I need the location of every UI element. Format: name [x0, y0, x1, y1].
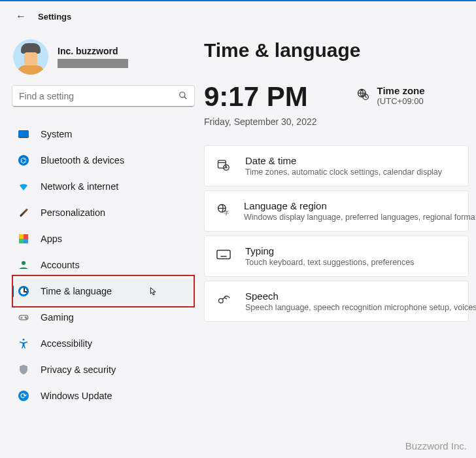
sidebar-item-label: Time & language: [41, 286, 112, 296]
sidebar-item-system[interactable]: System: [12, 122, 195, 147]
sidebar-item-bluetooth[interactable]: ⌬ Bluetooth & devices: [12, 148, 195, 173]
main-content: Time & language 9:17 PM Friday, Septembe…: [196, 27, 476, 408]
system-icon: [17, 128, 30, 141]
svg-point-2: [22, 261, 26, 265]
cursor-icon: [149, 285, 158, 299]
search-icon: [178, 91, 188, 102]
calendar-clock-icon: [216, 158, 231, 174]
sidebar-item-apps[interactable]: Apps: [12, 226, 195, 251]
watermark: Buzzword Inc.: [405, 440, 467, 451]
sidebar-item-network[interactable]: Network & internet: [12, 174, 195, 199]
card-speech[interactable]: Speech Speech language, speech recogniti…: [204, 281, 469, 322]
sidebar-item-label: Bluetooth & devices: [41, 155, 124, 166]
sidebar-item-label: Personalization: [41, 207, 105, 218]
clock-globe-icon: [17, 285, 30, 298]
sidebar-item-label: Network & internet: [41, 181, 118, 192]
sidebar-item-label: Apps: [41, 234, 62, 244]
gamepad-icon: [17, 311, 30, 324]
svg-point-0: [180, 92, 185, 97]
current-time: 9:17 PM: [204, 81, 317, 113]
current-date: Friday, September 30, 2022: [204, 116, 317, 127]
sidebar-item-label: Accessibility: [41, 338, 92, 349]
back-icon[interactable]: ←: [16, 10, 26, 22]
sidebar-item-label: Windows Update: [41, 391, 112, 401]
card-title: Typing: [245, 245, 414, 256]
wifi-icon: [17, 180, 30, 193]
svg-point-8: [23, 339, 25, 341]
app-title: Settings: [38, 12, 71, 22]
svg-point-22: [219, 298, 224, 303]
card-sub: Time zones, automatic clock settings, ca…: [245, 167, 442, 177]
profile-email-redacted: [58, 59, 128, 68]
update-icon: ⟳: [17, 389, 30, 402]
timezone-block[interactable]: Time zone (UTC+09:00: [356, 85, 425, 106]
sidebar-item-accounts[interactable]: Accounts: [12, 253, 195, 277]
search-input[interactable]: [19, 91, 178, 101]
timezone-value: (UTC+09:00: [377, 96, 425, 106]
card-title: Date & time: [245, 155, 442, 166]
card-language-region[interactable]: 字 Language & region Windows display lang…: [204, 190, 469, 232]
sidebar-item-label: Privacy & security: [41, 364, 116, 375]
sidebar-item-privacy[interactable]: Privacy & security: [12, 357, 195, 382]
globe-language-icon: 字: [216, 203, 230, 219]
person-icon: [17, 258, 30, 272]
sidebar-item-personalization[interactable]: Personalization: [12, 200, 195, 225]
svg-text:字: 字: [224, 210, 229, 216]
svg-rect-16: [217, 251, 230, 259]
sidebar-item-time-language[interactable]: Time & language: [12, 279, 195, 304]
brush-icon: [17, 206, 30, 219]
profile-name: Inc. buzzword: [58, 46, 128, 56]
timezone-label: Time zone: [377, 85, 425, 96]
sidebar-item-windows-update[interactable]: ⟳ Windows Update: [12, 383, 195, 408]
card-sub: Speech language, speech recognition micr…: [245, 303, 476, 312]
profile-block[interactable]: Inc. buzzword: [12, 35, 196, 85]
sidebar-item-label: Gaming: [41, 312, 74, 323]
apps-icon: [17, 232, 30, 245]
svg-rect-11: [218, 160, 226, 168]
sidebar-item-label: Accounts: [41, 260, 80, 270]
card-date-time[interactable]: Date & time Time zones, automatic clock …: [204, 145, 469, 186]
accessibility-icon: [17, 337, 30, 350]
nav-list: System ⌬ Bluetooth & devices Network & i…: [12, 122, 196, 408]
card-sub: Touch keyboard, text suggestions, prefer…: [245, 258, 414, 267]
keyboard-icon: [216, 249, 231, 263]
sidebar-item-label: System: [41, 129, 72, 139]
card-sub: Windows display language, preferred lang…: [244, 213, 475, 222]
sidebar-item-gaming[interactable]: Gaming: [12, 305, 195, 330]
page-title: Time & language: [204, 39, 476, 62]
card-title: Speech: [245, 291, 476, 302]
sidebar-item-accessibility[interactable]: Accessibility: [12, 331, 195, 356]
timezone-icon: [356, 88, 369, 104]
svg-line-1: [184, 96, 187, 99]
sidebar: Inc. buzzword System ⌬ Bluetooth & devic…: [0, 27, 196, 408]
bluetooth-icon: ⌬: [17, 154, 30, 167]
card-typing[interactable]: Typing Touch keyboard, text suggestions,…: [204, 236, 469, 277]
search-box[interactable]: [12, 85, 195, 107]
svg-point-7: [26, 318, 27, 319]
shield-icon: [17, 363, 30, 376]
card-title: Language & region: [244, 200, 475, 211]
speech-icon: [216, 293, 231, 309]
avatar: [13, 39, 48, 75]
